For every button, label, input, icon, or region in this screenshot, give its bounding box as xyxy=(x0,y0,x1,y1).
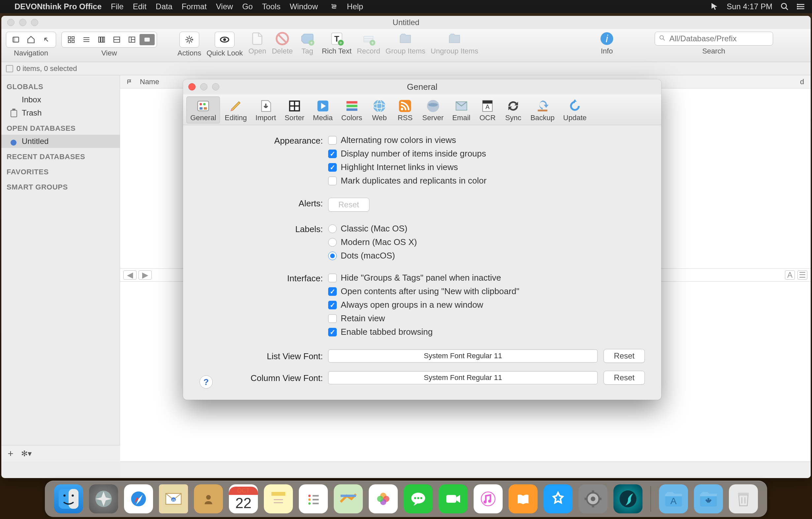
dock-folder-downloads[interactable] xyxy=(694,484,723,513)
rss-icon xyxy=(397,99,413,114)
quicklook-button[interactable] xyxy=(215,32,234,48)
prefs-tab-server[interactable]: Server xyxy=(418,97,447,124)
dock-app-notes[interactable] xyxy=(264,484,293,513)
dock-app-finder[interactable] xyxy=(54,484,83,513)
prefs-tab-email[interactable]: Email xyxy=(448,97,474,124)
actions-button[interactable] xyxy=(179,32,199,48)
chk-display-number[interactable]: Display number of items inside groups xyxy=(328,148,645,159)
dock-app-launchpad[interactable] xyxy=(89,484,118,513)
notification-center-icon[interactable] xyxy=(797,2,805,11)
chk-hide-groups[interactable]: Hide "Groups & Tags" panel when inactive xyxy=(328,273,645,283)
menubar-clock[interactable]: Sun 4:17 PM xyxy=(727,2,773,11)
menu-data[interactable]: Data xyxy=(156,2,173,11)
prefs-tab-sync[interactable]: Sync xyxy=(501,97,526,124)
dock-app-calendar[interactable]: OCT22 xyxy=(229,484,258,513)
script-menu-icon[interactable] xyxy=(330,3,338,10)
list-view-font-field[interactable]: System Font Regular 11 xyxy=(328,349,598,362)
nav-home-icon[interactable] xyxy=(23,34,38,45)
nav-text-smaller[interactable]: A xyxy=(785,270,795,280)
dock-app-reminders[interactable] xyxy=(299,484,328,513)
dock-app-mail[interactable]: @ xyxy=(159,484,188,513)
radio-dots[interactable]: Dots (macOS) xyxy=(328,251,645,261)
nav-next-button[interactable]: ▶ xyxy=(139,270,152,280)
view-icons-icon[interactable] xyxy=(64,34,79,45)
dock-app-maps[interactable] xyxy=(334,484,363,513)
nav-prev-button[interactable]: ◀ xyxy=(123,270,137,280)
prefs-tab-backup[interactable]: Backup xyxy=(526,97,558,124)
dock-app-messages[interactable] xyxy=(404,484,433,513)
column-last-header[interactable]: d xyxy=(800,78,811,86)
menu-go[interactable]: Go xyxy=(242,2,253,11)
sidebar-actions-button[interactable]: ✻▾ xyxy=(21,449,32,458)
search-icon xyxy=(659,34,666,42)
dock-app-photos[interactable] xyxy=(369,484,398,513)
column-view-font-field[interactable]: System Font Regular 11 xyxy=(328,371,598,384)
sidebar-item-untitled-db[interactable]: Untitled xyxy=(1,135,120,148)
prefs-tab-update[interactable]: Update xyxy=(559,97,591,124)
nav-up-icon[interactable] xyxy=(38,34,54,45)
dock-app-contacts[interactable] xyxy=(194,484,223,513)
app-name[interactable]: DEVONthink Pro Office xyxy=(14,2,102,11)
dock-app-facetime[interactable] xyxy=(439,484,468,513)
chk-alternating-rows[interactable]: Alternating row colors in views xyxy=(328,135,645,145)
column-name-header[interactable]: Name xyxy=(140,78,159,86)
alerts-reset-button[interactable]: Reset xyxy=(328,198,369,212)
sidebar-head-globals[interactable]: GLOBALS xyxy=(1,78,120,93)
dock-app-safari[interactable] xyxy=(124,484,153,513)
dock-app-ibooks[interactable] xyxy=(509,484,538,513)
view-list-icon[interactable] xyxy=(79,34,94,45)
nav-back-icon[interactable] xyxy=(8,34,23,45)
chk-tabbed-browsing[interactable]: Enable tabbed browsing xyxy=(328,327,645,337)
menu-window[interactable]: Window xyxy=(290,2,318,11)
prefs-tab-sorter[interactable]: Sorter xyxy=(281,97,308,124)
prefs-tab-colors[interactable]: Colors xyxy=(338,97,367,124)
menu-edit[interactable]: Edit xyxy=(133,2,146,11)
radio-classic[interactable]: Classic (Mac OS) xyxy=(328,223,645,234)
prefs-tab-media[interactable]: Media xyxy=(309,97,337,124)
chk-always-new-window[interactable]: Always open groups in a new window xyxy=(328,300,645,310)
chk-retain-view[interactable]: Retain view xyxy=(328,313,645,324)
prefs-tab-rss[interactable]: RSS xyxy=(393,97,417,124)
dock-app-devonthink[interactable] xyxy=(613,484,642,513)
spotlight-icon[interactable] xyxy=(780,2,789,11)
menu-help[interactable]: Help xyxy=(347,2,363,11)
flag-column-icon[interactable] xyxy=(127,79,132,84)
prefs-tab-ocr[interactable]: AOCR xyxy=(475,97,500,124)
dock-app-appstore[interactable] xyxy=(544,484,573,513)
menu-file[interactable]: File xyxy=(111,2,124,11)
status-menu-cursor-icon[interactable] xyxy=(710,2,719,11)
view-columns-icon[interactable] xyxy=(94,34,109,45)
chk-highlight-links[interactable]: Highlight Internet links in views xyxy=(328,162,645,172)
toolbar-richtext[interactable]: T+ Rich Text xyxy=(322,32,352,55)
view-split-icon[interactable] xyxy=(109,34,124,45)
toolbar-info[interactable]: i Info xyxy=(598,32,616,55)
sidebar-head-favorites[interactable]: FAVORITES xyxy=(1,163,120,178)
list-view-font-reset-button[interactable]: Reset xyxy=(604,349,645,363)
sidebar-head-recentdb[interactable]: RECENT DATABASES xyxy=(1,148,120,163)
dock-app-system-preferences[interactable] xyxy=(579,484,608,513)
sidebar-item-inbox[interactable]: Inbox xyxy=(1,93,120,106)
menu-format[interactable]: Format xyxy=(182,2,207,11)
prefs-tab-import[interactable]: Import xyxy=(252,97,280,124)
view-coverflow-icon[interactable] xyxy=(140,34,155,45)
column-view-font-reset-button[interactable]: Reset xyxy=(604,371,645,385)
chk-mark-duplicates[interactable]: Mark duplicates and replicants in color xyxy=(328,175,645,186)
prefs-tab-general[interactable]: General xyxy=(186,97,220,124)
chk-open-clipboard[interactable]: Open contents after using "New with clip… xyxy=(328,286,645,297)
dock-trash[interactable] xyxy=(729,484,758,513)
nav-panel-toggle[interactable]: ☰ xyxy=(798,270,807,280)
dock-folder-applications[interactable]: A xyxy=(659,484,688,513)
menu-tools[interactable]: Tools xyxy=(262,2,280,11)
view-three-icon[interactable] xyxy=(124,34,140,45)
dock-app-itunes[interactable] xyxy=(474,484,503,513)
radio-modern[interactable]: Modern (Mac OS X) xyxy=(328,237,645,247)
search-input[interactable] xyxy=(655,32,773,46)
sidebar-head-opendb[interactable]: OPEN DATABASES xyxy=(1,119,120,135)
help-button[interactable]: ? xyxy=(200,375,213,389)
prefs-tab-editing[interactable]: Editing xyxy=(221,97,251,124)
menu-view[interactable]: View xyxy=(216,2,233,11)
sidebar-head-smartgroups[interactable]: SMART GROUPS xyxy=(1,178,120,193)
sidebar-item-trash[interactable]: Trash xyxy=(1,106,120,119)
prefs-tab-web[interactable]: Web xyxy=(367,97,392,124)
sidebar-add-button[interactable]: + xyxy=(5,448,17,459)
